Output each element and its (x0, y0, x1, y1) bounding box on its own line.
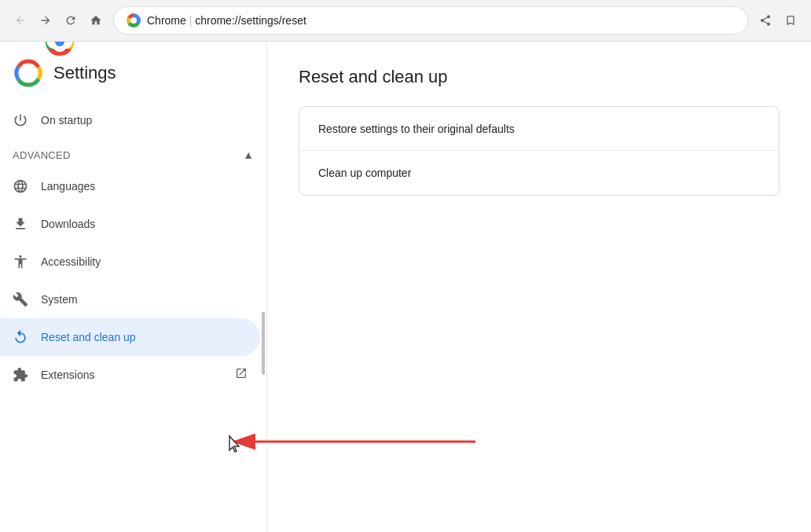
sidebar-item-extensions[interactable]: Extensions (0, 356, 260, 394)
share-button[interactable] (754, 9, 776, 31)
sidebar-scrollbar[interactable] (260, 42, 266, 532)
section-collapse-icon: ▲ (243, 149, 254, 161)
clean-up-label: Clean up computer (318, 167, 411, 179)
nav-buttons (9, 9, 107, 31)
sidebar-item-label: Reset and clean up (41, 331, 136, 343)
sidebar-item-label: Extensions (41, 369, 94, 381)
address-bar[interactable]: Chrome | chrome://settings/reset (113, 6, 748, 35)
languages-icon (13, 178, 28, 194)
main-content: Reset and clean up Restore settings to t… (267, 42, 811, 532)
reload-button[interactable] (60, 9, 82, 31)
restore-settings-label: Restore settings to their original defau… (318, 123, 515, 135)
page-content: Settings On startup Advanced ▲ Languages (0, 42, 811, 532)
url-display: Chrome | chrome://settings/reset (147, 14, 735, 27)
sidebar-item-label: System (41, 293, 78, 306)
sidebar-item-label: Languages (41, 180, 95, 193)
clean-up-item[interactable]: Clean up computer (299, 151, 779, 195)
downloads-icon (13, 216, 28, 232)
advanced-section-header[interactable]: Advanced ▲ (0, 142, 266, 167)
sidebar-item-on-startup[interactable]: On startup (0, 101, 260, 139)
settings-header: Settings (0, 42, 266, 101)
settings-title: Settings (53, 63, 116, 83)
sidebar-item-label: On startup (41, 114, 92, 127)
system-icon (13, 292, 28, 307)
bookmark-button[interactable] (780, 9, 802, 31)
toolbar-actions (754, 9, 802, 31)
forward-button[interactable] (35, 9, 57, 31)
chrome-site-icon (127, 13, 141, 28)
browser-chrome: Chrome | chrome://settings/reset (0, 0, 811, 42)
sidebar-item-system[interactable]: System (0, 281, 260, 318)
external-link-icon (235, 367, 248, 383)
sidebar-item-label: Downloads (41, 218, 95, 230)
sidebar-item-accessibility[interactable]: Accessibility (0, 243, 260, 281)
settings-logo (13, 57, 44, 89)
sidebar-item-languages[interactable]: Languages (0, 167, 260, 205)
extensions-icon (13, 367, 28, 383)
sidebar-item-reset[interactable]: Reset and clean up (0, 318, 260, 356)
power-icon (13, 112, 28, 128)
home-button[interactable] (85, 9, 107, 31)
scroll-thumb (262, 312, 265, 375)
sidebar-item-label: Accessibility (41, 255, 101, 268)
restore-settings-item[interactable]: Restore settings to their original defau… (299, 107, 779, 151)
svg-point-2 (23, 68, 34, 79)
browser-toolbar: Chrome | chrome://settings/reset (0, 0, 811, 41)
reset-icon (13, 329, 28, 345)
sidebar-item-downloads[interactable]: Downloads (0, 205, 260, 243)
back-button[interactable] (9, 9, 31, 31)
advanced-section-title: Advanced (13, 149, 71, 161)
reset-settings-card: Restore settings to their original defau… (299, 106, 780, 196)
sidebar: Settings On startup Advanced ▲ Languages (0, 42, 267, 532)
accessibility-icon (13, 254, 28, 270)
page-title: Reset and clean up (299, 67, 780, 87)
